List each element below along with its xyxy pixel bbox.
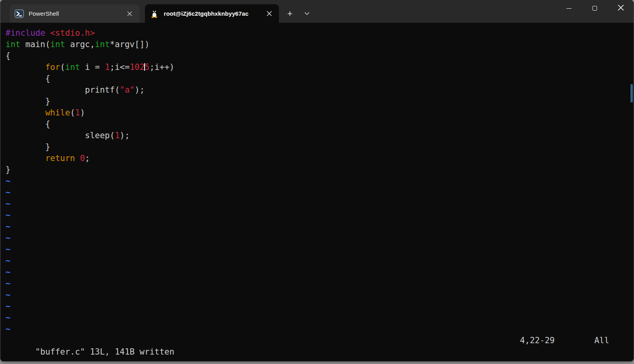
code-line: return 0;: [5, 153, 634, 164]
code-line: printf("a");: [5, 84, 634, 96]
empty-line-tilde: ~: [5, 232, 634, 244]
close-icon[interactable]: [263, 8, 275, 20]
scroll-position-indicator: All: [594, 335, 609, 346]
empty-line-tilde: ~: [5, 198, 634, 210]
code-line: #include <stdio.h>: [5, 27, 634, 39]
code-line: }: [5, 164, 634, 176]
code-line: }: [5, 96, 634, 107]
cursor-position-ruler: 4,22-29: [520, 335, 555, 346]
code-line: {: [5, 50, 634, 62]
new-tab-button[interactable]: +: [282, 4, 298, 23]
empty-line-tilde: ~: [5, 324, 634, 335]
close-icon[interactable]: [124, 8, 136, 20]
tab-linux-session[interactable]: root@iZj6c2tgqbhxknbyy67ac: [145, 4, 279, 23]
terminal-content[interactable]: #include <stdio.h>int main(int argc,int*…: [0, 23, 634, 361]
file-write-message: "buffer.c" 13L, 141B written: [35, 347, 174, 357]
empty-line-tilde: ~: [5, 176, 634, 187]
linux-tux-icon: [150, 9, 159, 18]
minimize-icon: [566, 8, 572, 9]
tab-title: root@iZj6c2tgqbhxknbyy67ac: [164, 10, 262, 17]
empty-line-tilde: ~: [5, 278, 634, 289]
code-line: for(int i = 1;i<=1025;i++): [5, 62, 634, 73]
empty-line-tilde: ~: [5, 312, 634, 324]
chevron-down-icon[interactable]: [300, 4, 313, 23]
empty-line-tilde: ~: [5, 301, 634, 312]
scrollbar-thumb[interactable]: [630, 84, 633, 102]
minimize-button[interactable]: [556, 0, 582, 16]
tab-title: PowerShell: [29, 10, 122, 17]
close-button[interactable]: [608, 0, 634, 16]
code-line: {: [5, 73, 634, 84]
empty-line-tilde: ~: [5, 255, 634, 267]
empty-line-tilde: ~: [5, 210, 634, 221]
empty-line-tilde: ~: [5, 187, 634, 198]
powershell-icon: [15, 9, 24, 18]
tab-powershell[interactable]: PowerShell: [10, 4, 139, 23]
empty-line-tilde: ~: [5, 289, 634, 301]
empty-line-tilde: ~: [5, 221, 634, 232]
vim-buffer: #include <stdio.h>int main(int argc,int*…: [5, 27, 634, 335]
vim-statusline: "buffer.c" 13L, 141B written 4,22-29 All: [5, 335, 634, 346]
code-line: {: [5, 119, 634, 130]
vim-cursor: 5: [145, 62, 150, 72]
close-icon: [618, 5, 624, 12]
window-controls: [556, 0, 634, 16]
code-line: int main(int argc,int*argv[]): [5, 39, 634, 50]
code-line: }: [5, 141, 634, 153]
code-line: while(1): [5, 107, 634, 119]
empty-line-tilde: ~: [5, 267, 634, 278]
maximize-icon: [592, 6, 597, 11]
titlebar-drag-area[interactable]: PowerShell: [0, 0, 634, 23]
maximize-button[interactable]: [582, 0, 608, 16]
code-line: sleep(1);: [5, 130, 634, 141]
empty-line-tilde: ~: [5, 244, 634, 255]
terminal-window: PowerShell: [0, 0, 634, 362]
